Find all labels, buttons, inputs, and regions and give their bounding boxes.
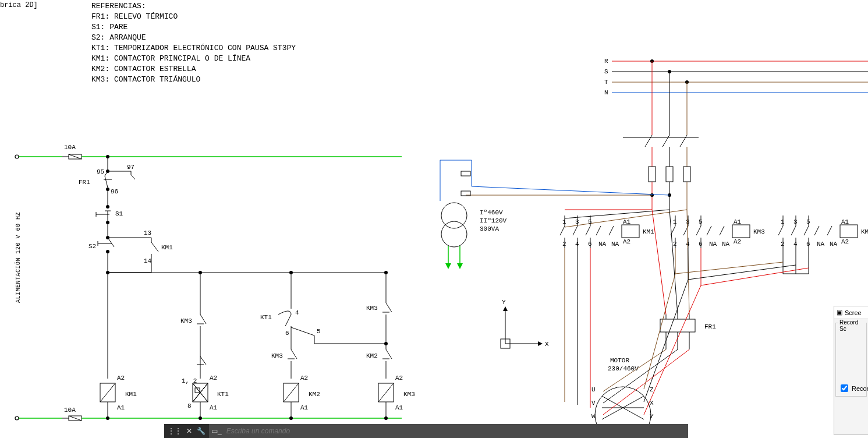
svg-text:230/460V: 230/460V	[608, 365, 639, 372]
svg-text:NA: NA	[830, 241, 838, 248]
svg-rect-154	[461, 171, 470, 176]
svg-text:KM2: KM2	[861, 228, 868, 235]
svg-text:14: 14	[144, 257, 152, 264]
svg-line-103	[386, 303, 392, 312]
svg-text:A1: A1	[117, 404, 125, 411]
svg-line-277	[688, 265, 796, 280]
svg-point-0	[15, 155, 19, 158]
svg-text:NA: NA	[817, 241, 825, 248]
svg-text:2: 2	[562, 241, 566, 248]
record-checkbox[interactable]	[841, 384, 848, 392]
svg-text:A2: A2	[117, 375, 125, 382]
svg-line-135	[645, 135, 652, 147]
svg-line-183	[596, 226, 601, 235]
svg-rect-187	[622, 225, 639, 238]
svg-line-4	[69, 154, 82, 159]
svg-text:A2: A2	[841, 238, 849, 245]
svg-text:FR1: FR1	[79, 179, 90, 186]
svg-line-271	[644, 285, 701, 415]
svg-text:KM3: KM3	[271, 352, 283, 359]
svg-line-97	[284, 383, 299, 402]
svg-text:96: 96	[111, 188, 118, 195]
command-bar[interactable]: ⋮⋮ ✕ 🔧 ▭_	[164, 424, 688, 438]
svg-line-207	[720, 226, 724, 235]
svg-point-25	[106, 205, 109, 209]
svg-text:KM1: KM1	[125, 391, 137, 398]
command-input[interactable]	[225, 426, 688, 436]
svg-line-248	[652, 210, 666, 315]
svg-text:Iº460V: Iº460V	[480, 209, 503, 216]
svg-text:A1: A1	[210, 404, 218, 411]
prompt-icon: ▭_	[211, 427, 222, 435]
svg-text:KM1: KM1	[643, 228, 654, 235]
panel-group-legend: Record Sc	[838, 319, 866, 332]
svg-text:3: 3	[575, 218, 579, 225]
svg-text:R: R	[604, 58, 608, 65]
svg-text:A2: A2	[734, 238, 741, 245]
svg-point-156	[441, 203, 467, 228]
svg-text:A2: A2	[623, 238, 630, 245]
svg-line-137	[680, 135, 687, 147]
svg-text:5: 5	[588, 218, 592, 225]
svg-point-7	[15, 416, 19, 420]
schematic-svg: 10A 10A 95 96 FR1 97 S1 S2 13 KM1 14	[0, 0, 868, 438]
svg-marker-163	[445, 263, 451, 269]
svg-text:6: 6	[588, 241, 592, 248]
svg-text:5: 5	[317, 328, 321, 335]
svg-text:2: 2	[673, 241, 677, 248]
svg-text:NA: NA	[598, 241, 607, 248]
svg-line-109	[386, 349, 392, 359]
svg-line-56	[100, 383, 115, 402]
svg-text:KM2: KM2	[366, 352, 378, 359]
record-checkbox-row[interactable]: Recor	[838, 383, 864, 394]
svg-rect-240	[660, 319, 695, 332]
svg-text:A2: A2	[300, 375, 308, 382]
svg-line-66	[200, 356, 206, 365]
svg-line-249	[669, 210, 678, 315]
svg-text:T: T	[604, 79, 608, 86]
grid-icon[interactable]: ⋮⋮	[168, 427, 182, 435]
svg-text:5: 5	[699, 218, 703, 225]
svg-text:NA: NA	[722, 241, 730, 248]
svg-text:Y: Y	[650, 413, 654, 420]
svg-text:300VA: 300VA	[480, 225, 499, 232]
svg-text:4: 4	[793, 241, 798, 248]
svg-text:97: 97	[127, 164, 134, 171]
svg-text:A2: A2	[395, 375, 403, 382]
svg-text:4: 4	[295, 309, 299, 316]
svg-text:S1: S1	[115, 210, 123, 217]
svg-line-36	[108, 238, 114, 247]
svg-marker-282	[503, 306, 508, 311]
svg-text:KM3: KM3	[366, 305, 378, 312]
svg-marker-164	[457, 263, 463, 269]
svg-text:V: V	[591, 400, 596, 407]
svg-line-184	[609, 226, 614, 235]
svg-text:3: 3	[793, 218, 798, 225]
svg-line-219	[804, 226, 809, 235]
svg-rect-141	[649, 167, 656, 182]
svg-text:S: S	[604, 68, 608, 75]
svg-line-217	[778, 226, 783, 235]
svg-text:U: U	[591, 386, 596, 393]
svg-text:13: 13	[144, 229, 151, 236]
record-checkbox-label: Recor	[852, 385, 868, 392]
svg-line-229	[814, 226, 819, 235]
svg-line-136	[662, 135, 669, 147]
svg-line-230	[827, 226, 832, 235]
svg-text:3: 3	[686, 218, 690, 225]
wrench-icon[interactable]: 🔧	[197, 427, 206, 435]
close-icon[interactable]: ✕	[186, 427, 192, 435]
svg-text:A1: A1	[300, 404, 309, 411]
capture-panel[interactable]: ▣ Scree Record Sc Recor	[834, 306, 868, 435]
svg-text:A2: A2	[210, 375, 217, 382]
svg-text:NA: NA	[611, 241, 619, 248]
svg-text:Z: Z	[650, 386, 654, 393]
svg-text:A1: A1	[841, 218, 849, 225]
svg-text:Y: Y	[502, 299, 506, 306]
svg-rect-142	[666, 167, 673, 182]
svg-text:MOTOR: MOTOR	[610, 357, 629, 364]
svg-line-206	[707, 226, 711, 235]
svg-text:A1: A1	[623, 218, 631, 225]
svg-text:KM2: KM2	[309, 391, 320, 398]
svg-point-79	[199, 416, 202, 420]
